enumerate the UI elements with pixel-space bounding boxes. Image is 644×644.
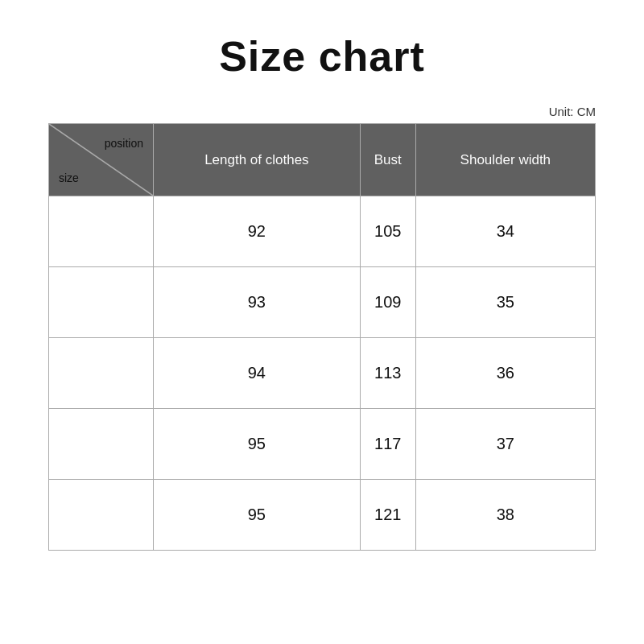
table-row: XL 94 113 36 xyxy=(49,338,596,409)
header-length: Length of clothes xyxy=(154,124,361,196)
unit-label: Unit: CM xyxy=(549,105,596,118)
bust-cell: 117 xyxy=(360,409,415,480)
table-row: L 93 109 35 xyxy=(49,267,596,338)
length-cell: 92 xyxy=(154,196,361,267)
size-cell: 2XL xyxy=(49,409,154,480)
bust-cell: 105 xyxy=(360,196,415,267)
corner-position-label: position xyxy=(105,137,143,150)
size-cell: M xyxy=(49,196,154,267)
page-title: Size chart xyxy=(219,32,425,80)
corner-size-label: size xyxy=(59,171,79,184)
corner-header: position size xyxy=(49,124,154,196)
bust-cell: 121 xyxy=(360,480,415,551)
header-bust: Bust xyxy=(360,124,415,196)
table-body: M 92 105 34 L 93 109 35 XL 94 113 36 2XL… xyxy=(49,196,596,551)
table-row: M 92 105 34 xyxy=(49,196,596,267)
size-cell: 3XL xyxy=(49,480,154,551)
length-cell: 95 xyxy=(154,480,361,551)
bust-cell: 113 xyxy=(360,338,415,409)
shoulder-cell: 35 xyxy=(415,267,595,338)
shoulder-cell: 36 xyxy=(415,338,595,409)
length-cell: 93 xyxy=(154,267,361,338)
corner-diagonal-icon xyxy=(49,124,153,196)
size-chart-table: position size Length of clothes Bust Sho… xyxy=(48,123,596,551)
length-cell: 94 xyxy=(154,338,361,409)
size-cell: XL xyxy=(49,338,154,409)
svg-line-0 xyxy=(49,124,153,196)
bust-cell: 109 xyxy=(360,267,415,338)
shoulder-cell: 37 xyxy=(415,409,595,480)
table-row: 2XL 95 117 37 xyxy=(49,409,596,480)
length-cell: 95 xyxy=(154,409,361,480)
shoulder-cell: 38 xyxy=(415,480,595,551)
header-shoulder: Shoulder width xyxy=(415,124,595,196)
size-cell: L xyxy=(49,267,154,338)
table-row: 3XL 95 121 38 xyxy=(49,480,596,551)
shoulder-cell: 34 xyxy=(415,196,595,267)
table-header-row: position size Length of clothes Bust Sho… xyxy=(49,124,596,196)
